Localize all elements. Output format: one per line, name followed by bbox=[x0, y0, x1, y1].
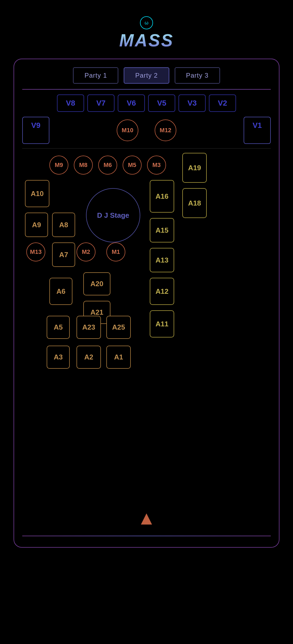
booth-m13[interactable]: M13 bbox=[26, 242, 45, 261]
booth-a20[interactable]: A20 bbox=[83, 272, 110, 295]
booth-a18[interactable]: A18 bbox=[182, 188, 207, 218]
booth-m10[interactable]: M10 bbox=[117, 119, 138, 141]
booth-a10[interactable]: A10 bbox=[25, 180, 49, 207]
booth-m8[interactable]: M8 bbox=[74, 156, 93, 175]
booth-a12[interactable]: A12 bbox=[150, 278, 174, 305]
booth-m9[interactable]: M9 bbox=[49, 156, 68, 175]
booth-a9[interactable]: A9 bbox=[25, 213, 48, 237]
vip-v2[interactable]: V2 bbox=[209, 94, 236, 112]
booth-a6[interactable]: A6 bbox=[49, 278, 72, 305]
booth-m6[interactable]: M6 bbox=[98, 156, 117, 175]
booth-a5[interactable]: A5 bbox=[47, 316, 70, 339]
party3-button[interactable]: Party 3 bbox=[175, 67, 220, 84]
logo-area: ω MASS bbox=[119, 16, 174, 50]
booth-a8[interactable]: A8 bbox=[52, 213, 75, 237]
booth-a25[interactable]: A25 bbox=[106, 316, 131, 339]
booth-m2[interactable]: M2 bbox=[77, 242, 95, 261]
logo-icon: ω bbox=[140, 16, 153, 29]
party2-button[interactable]: Party 2 bbox=[124, 67, 169, 84]
booth-a7[interactable]: A7 bbox=[52, 242, 75, 267]
party1-button[interactable]: Party 1 bbox=[73, 67, 118, 84]
vip-v1[interactable]: V1 bbox=[244, 117, 271, 144]
booth-a19[interactable]: A19 bbox=[182, 153, 207, 183]
party-row: Party 1 Party 2 Party 3 bbox=[22, 67, 271, 84]
vip-v9[interactable]: V9 bbox=[22, 117, 49, 144]
booth-a16[interactable]: A16 bbox=[150, 180, 174, 213]
vip-v7[interactable]: V7 bbox=[87, 94, 114, 112]
booth-a1[interactable]: A1 bbox=[106, 346, 131, 369]
booth-a11[interactable]: A11 bbox=[150, 310, 174, 337]
booth-m5[interactable]: M5 bbox=[123, 156, 142, 175]
booth-a2[interactable]: A2 bbox=[77, 346, 101, 369]
booth-m12[interactable]: M12 bbox=[155, 119, 176, 141]
venue-container: Party 1 Party 2 Party 3 V8 V7 V6 V5 V3 V… bbox=[14, 59, 279, 548]
vip-v3[interactable]: V3 bbox=[179, 94, 206, 112]
vip-v8[interactable]: V8 bbox=[57, 94, 84, 112]
vip-v6[interactable]: V6 bbox=[118, 94, 145, 112]
logo-text: MASS bbox=[119, 30, 174, 50]
entrance-arrow: ▲ bbox=[137, 509, 156, 528]
booth-a13[interactable]: A13 bbox=[150, 248, 174, 272]
vip-top-section: V8 V7 V6 V5 V3 V2 bbox=[22, 94, 271, 112]
booth-m1[interactable]: M1 bbox=[106, 242, 125, 261]
booth-m3[interactable]: M3 bbox=[147, 156, 166, 175]
booth-a23[interactable]: A23 bbox=[77, 316, 101, 339]
floor-area: M9 M8 M6 M5 M3 A19 A18 A10 A16 D J Stage… bbox=[22, 153, 271, 533]
vip-v5[interactable]: V5 bbox=[148, 94, 175, 112]
bottom-divider bbox=[22, 536, 271, 536]
mid-divider bbox=[22, 148, 271, 149]
booth-a15[interactable]: A15 bbox=[150, 218, 174, 242]
dj-stage[interactable]: D J Stage bbox=[86, 188, 140, 242]
top-divider bbox=[22, 89, 271, 90]
booth-a3[interactable]: A3 bbox=[47, 346, 70, 369]
